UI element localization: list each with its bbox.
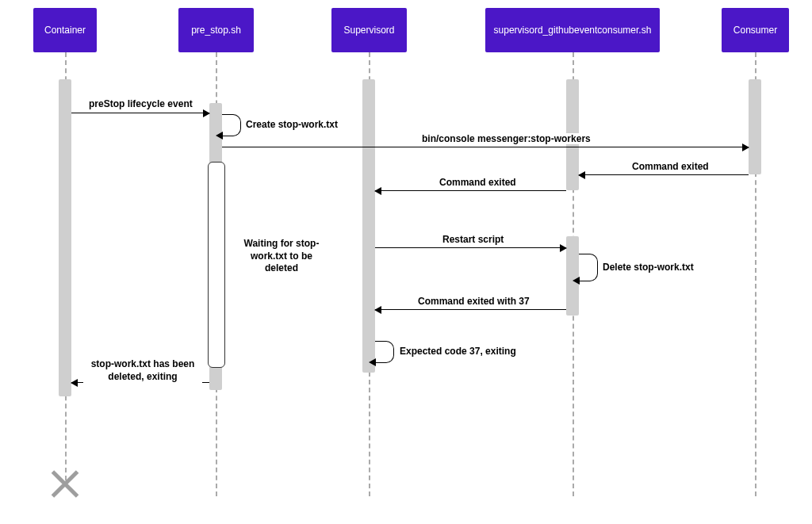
arrow-cmd-exited-1 xyxy=(579,174,749,175)
label-delete-stop: Delete stop-work.txt xyxy=(601,262,695,273)
participant-prestop: pre_stop.sh xyxy=(178,8,254,52)
selfmsg-delete-stop xyxy=(579,254,598,281)
label-cmd-exited-2: Command exited xyxy=(438,177,518,188)
loop-waiting xyxy=(208,162,225,368)
label-create-stop: Create stop-work.txt xyxy=(244,119,339,130)
arrow-stop-workers xyxy=(222,147,749,147)
label-deleted-exiting-text: stop-work.txt has been deleted, exiting xyxy=(91,358,195,382)
participant-supervisord: Supervisord xyxy=(331,8,407,52)
activation-supervisord xyxy=(362,79,375,373)
label-cmd-37: Command exited with 37 xyxy=(416,296,531,307)
label-waiting: Waiting for stop-work.txt to be deleted xyxy=(238,238,325,275)
label-restart-script: Restart script xyxy=(441,234,505,245)
participant-consumer: Consumer xyxy=(722,8,789,52)
label-stop-workers: bin/console messenger:stop-workers xyxy=(420,133,592,144)
arrow-cmd-exited-2 xyxy=(375,190,566,191)
selfmsg-create-stop xyxy=(222,114,241,136)
arrow-restart-script xyxy=(375,247,566,248)
label-prestop-event: preStop lifecycle event xyxy=(87,98,194,109)
activation-consumer xyxy=(749,79,761,174)
label-cmd-exited-1: Command exited xyxy=(630,161,710,172)
participant-container: Container xyxy=(33,8,97,52)
arrow-prestop-event xyxy=(71,113,209,113)
destroy-container xyxy=(48,468,82,503)
selfmsg-expected-37 xyxy=(375,341,394,363)
activation-container xyxy=(59,79,71,396)
participant-ghconsumer: supervisord_githubeventconsumer.sh xyxy=(485,8,660,52)
label-waiting-text: Waiting for stop-work.txt to be deleted xyxy=(244,238,320,273)
label-deleted-exiting: stop-work.txt has been deleted, exiting xyxy=(83,358,202,383)
arrow-cmd-37 xyxy=(375,309,566,310)
label-expected-37: Expected code 37, exiting xyxy=(398,346,518,357)
activation-ghconsumer-2 xyxy=(566,236,579,316)
